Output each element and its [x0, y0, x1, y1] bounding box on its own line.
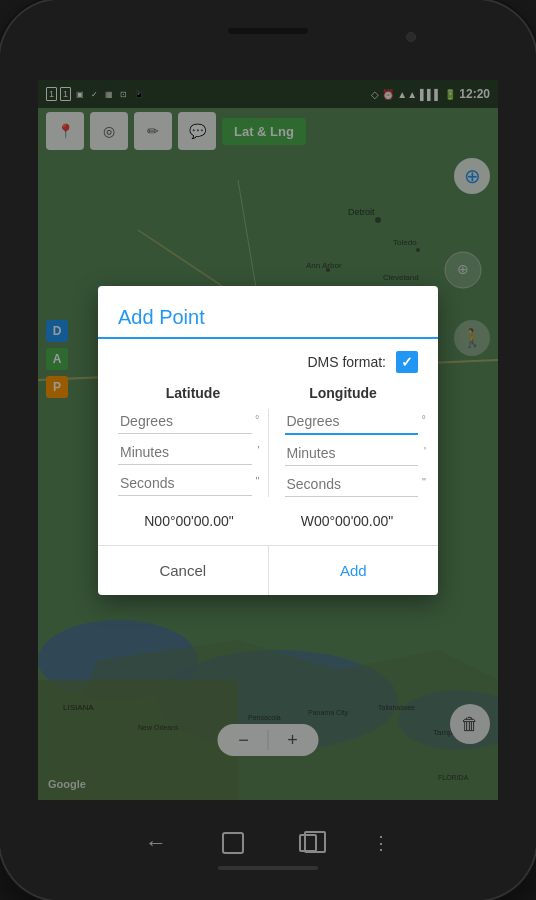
lng-display: W00°00'00.00" [276, 505, 418, 537]
add-point-dialog: Add Point DMS format: Latitude Longitude [98, 286, 438, 595]
latitude-header: Latitude [118, 385, 268, 401]
seconds-symbol-lng: " [422, 476, 426, 488]
phone-frame: 1 1 ▣ ✓ ▦ ⊡ 📱 ◇ ⏰ ▲▲ ▌▌▌ 🔋 12:20 [0, 0, 536, 900]
dialog-body: DMS format: Latitude Longitude [98, 339, 438, 537]
lat-minutes-input[interactable] [118, 440, 252, 465]
cancel-button[interactable]: Cancel [98, 546, 268, 595]
camera [406, 32, 416, 42]
coord-inputs: ° ' " [118, 409, 418, 497]
degree-symbol-lng: ° [422, 413, 426, 425]
dialog-title: Add Point [98, 286, 438, 339]
speaker [228, 28, 308, 34]
screen: 1 1 ▣ ✓ ▦ ⊡ 📱 ◇ ⏰ ▲▲ ▌▌▌ 🔋 12:20 [38, 80, 498, 800]
lng-degrees-wrap: ° [285, 409, 419, 435]
lat-seconds-wrap: " [118, 471, 252, 496]
lat-minutes-wrap: ' [118, 440, 252, 465]
back-button[interactable]: ← [145, 830, 167, 856]
column-divider [268, 409, 269, 497]
lng-degrees-input[interactable] [285, 409, 419, 435]
home-button[interactable] [222, 832, 244, 854]
options-button[interactable]: ⋮ [372, 832, 391, 854]
dialog-overlay: Add Point DMS format: Latitude Longitude [38, 80, 498, 800]
dms-format-label: DMS format: [307, 354, 386, 370]
lng-minutes-input[interactable] [285, 441, 419, 466]
longitude-header: Longitude [268, 385, 418, 401]
bottom-pill [218, 866, 318, 870]
lat-degrees-input[interactable] [118, 409, 252, 434]
seconds-symbol-lat: " [256, 475, 260, 487]
lng-minutes-wrap: ' [285, 441, 419, 466]
dms-format-row: DMS format: [118, 351, 418, 373]
nav-buttons: ← ⋮ [145, 830, 391, 856]
top-bezel [0, 0, 536, 80]
lat-display: N00°00'00.00" [118, 505, 260, 537]
degree-symbol-lat: ° [255, 413, 259, 425]
minutes-symbol-lng: ' [424, 445, 426, 457]
lng-seconds-input[interactable] [285, 472, 419, 497]
lat-degrees-wrap: ° [118, 409, 252, 434]
lng-seconds-wrap: " [285, 472, 419, 497]
latitude-column: ° ' " [118, 409, 252, 497]
minutes-symbol-lat: ' [257, 444, 259, 456]
add-button[interactable]: Add [269, 546, 439, 595]
coord-headers: Latitude Longitude [118, 385, 418, 401]
dialog-actions: Cancel Add [98, 545, 438, 595]
recents-button[interactable] [299, 834, 317, 852]
dms-checkbox[interactable] [396, 351, 418, 373]
lat-seconds-input[interactable] [118, 471, 252, 496]
longitude-column: ° ' " [285, 409, 419, 497]
bottom-bezel: ← ⋮ [0, 800, 536, 900]
